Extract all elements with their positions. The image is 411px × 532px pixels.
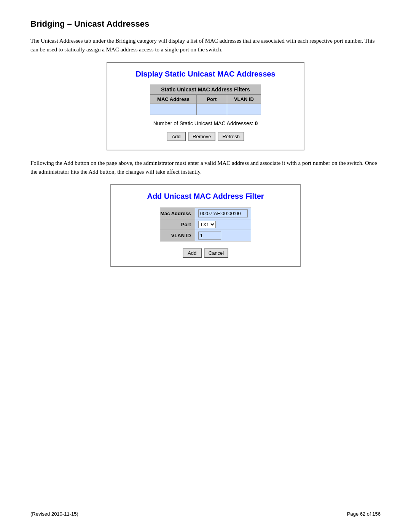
add-form-add-button[interactable]: Add: [183, 248, 202, 258]
footer-page: Page 62 of 156: [347, 511, 381, 517]
port-cell: TX1 TX2 TX3 TX4: [195, 219, 251, 230]
add-panel-title: Add Unicast MAC Address Filter: [118, 192, 293, 201]
display-panel-title: Display Static Unicast MAC Addresses: [114, 70, 297, 78]
count-value: 0: [255, 120, 258, 126]
mac-table-wrapper: Static Unicast MAC Address Filters MAC A…: [114, 85, 297, 115]
add-form-cancel-button[interactable]: Cancel: [204, 248, 228, 258]
form-row-vlan: VLAN ID: [160, 230, 251, 241]
cell-vlan: [227, 104, 261, 115]
add-button-row: Add Cancel: [118, 248, 293, 258]
vlan-id-input[interactable]: [198, 232, 221, 240]
body-text-1: The Unicast Addresses tab under the Brid…: [30, 37, 381, 54]
vlan-id-label: VLAN ID: [160, 230, 195, 241]
body-text-2: Following the Add button on the page abo…: [30, 159, 381, 176]
form-row-mac: Mac Address: [160, 208, 251, 219]
cell-mac: [150, 104, 197, 115]
add-button[interactable]: Add: [167, 132, 186, 141]
form-row-port: Port TX1 TX2 TX3 TX4: [160, 219, 251, 230]
footer-revised: (Revised 2010-11-15): [30, 511, 78, 517]
display-panel: Display Static Unicast MAC Addresses Sta…: [107, 62, 304, 150]
display-button-row: Add Remove Refresh: [114, 132, 297, 141]
count-text: Number of Static Unicast MAC Addresses: …: [114, 120, 297, 126]
add-form-table: Mac Address Port TX1 TX2 TX3 TX4 VLAN I: [160, 208, 251, 241]
col-mac-address: MAC Address: [150, 95, 197, 104]
mac-address-label: Mac Address: [160, 208, 195, 219]
mac-address-cell: [195, 208, 251, 219]
remove-button[interactable]: Remove: [188, 132, 215, 141]
port-label: Port: [160, 219, 195, 230]
mac-address-input[interactable]: [198, 209, 248, 217]
count-label: Number of Static Unicast MAC Addresses:: [153, 120, 253, 126]
page-title: Bridging – Unicast Addresses: [30, 19, 381, 29]
cell-port: [196, 104, 227, 115]
refresh-button[interactable]: Refresh: [218, 132, 244, 141]
table-row: [150, 104, 261, 115]
col-port: Port: [196, 95, 227, 104]
add-filter-panel: Add Unicast MAC Address Filter Mac Addre…: [110, 184, 301, 267]
col-vlan-id: VLAN ID: [227, 95, 261, 104]
mac-address-table: Static Unicast MAC Address Filters MAC A…: [150, 85, 261, 115]
port-select[interactable]: TX1 TX2 TX3 TX4: [198, 221, 216, 228]
vlan-id-cell: [195, 230, 251, 241]
mac-table-caption: Static Unicast MAC Address Filters: [150, 85, 261, 94]
